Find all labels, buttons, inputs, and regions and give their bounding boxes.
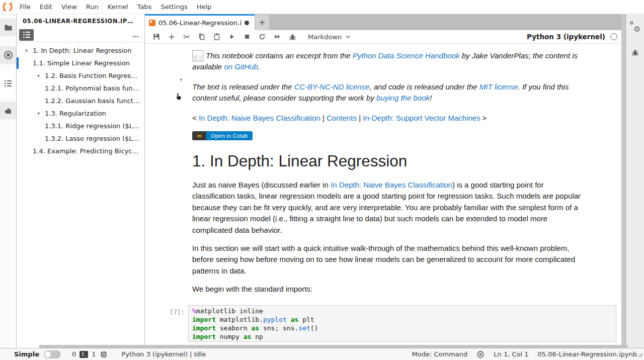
menu-settings[interactable]: Settings xyxy=(156,3,192,11)
broken-image-icon xyxy=(192,50,203,61)
markdown-cell-excerpt: This notebook contains an excerpt from t… xyxy=(192,50,585,73)
toc-view-button[interactable] xyxy=(19,29,34,41)
kernel-chip-icon xyxy=(100,350,108,358)
restart-run-all-button[interactable] xyxy=(270,30,285,43)
save-button[interactable] xyxy=(149,30,164,43)
md-link[interactable]: Python Data Science Handbook xyxy=(353,51,460,60)
debugger-tab-icon[interactable] xyxy=(631,48,639,59)
toc-item[interactable]: 1.2.2. Gaussian basis funct… xyxy=(17,95,144,107)
kernel-name[interactable]: Python 3 (ipykernel) xyxy=(527,33,605,41)
main-shell: 05.06-LINEAR-REGRESSION.IP… … ▾1. In Dep… xyxy=(0,14,644,348)
toc-label: 1.3.1. Ridge regression ($L… xyxy=(45,122,139,130)
md-link[interactable]: CC-BY-NC-ND license xyxy=(294,82,370,91)
paste-cells-button[interactable] xyxy=(209,30,224,43)
sidebar-tab-running[interactable] xyxy=(0,42,16,69)
mouse-cursor xyxy=(175,93,183,104)
text-segment: Just as naive Bayes (discussed earlier i… xyxy=(192,181,331,189)
menu-help[interactable]: Help xyxy=(192,3,216,11)
cursor-position[interactable]: Ln 1, Col 1 xyxy=(494,350,528,358)
toc-panel-toolbar: … xyxy=(17,28,144,42)
toc-item[interactable]: 1.3.2. Lasso regression ($L… xyxy=(17,132,144,145)
toc-item[interactable]: ▾1.2. Basis Function Regres… xyxy=(17,69,144,82)
toc-item[interactable]: 1.4. Example: Predicting Bicyc… xyxy=(17,145,144,157)
text-segment: < xyxy=(192,114,199,122)
menu-edit[interactable]: Edit xyxy=(35,3,57,11)
markdown-paragraph-2: In this section we will start with a qui… xyxy=(192,243,585,277)
text-segment: | xyxy=(320,114,327,122)
section-heading: 1. In Depth: Linear Regression xyxy=(192,152,585,169)
menu-kernel[interactable]: Kernel xyxy=(103,3,133,11)
toc-more-button[interactable]: … xyxy=(132,31,139,39)
simple-mode-toggle[interactable] xyxy=(44,350,61,358)
resize-grip[interactable] xyxy=(637,351,643,359)
execution-count: [7]: xyxy=(170,307,185,318)
collapse-icon[interactable]: ▾ xyxy=(37,73,45,78)
property-inspector-icon[interactable]: ⚙⚙ xyxy=(630,22,640,32)
notebook-content: ▾ This notebook contains an excerpt from… xyxy=(145,44,621,348)
md-link[interactable]: buying the book xyxy=(376,94,430,102)
dock-tab-bar: 05.06-Linear-Regression.i + xyxy=(145,14,621,30)
toc-item[interactable]: 1.1. Simple Linear Regression xyxy=(17,57,144,69)
jupyter-logo-icon xyxy=(0,2,15,13)
notebook-tab[interactable]: 05.06-Linear-Regression.i xyxy=(145,14,255,30)
kernels-count: 1 xyxy=(92,350,96,358)
toc-panel-title: 05.06-LINEAR-REGRESSION.IP… xyxy=(17,14,144,28)
md-link[interactable]: on GitHub xyxy=(224,62,258,71)
unsaved-changes-icon[interactable] xyxy=(245,21,249,25)
code-editor[interactable]: %matplotlib inlineimport matplotlib.pypl… xyxy=(188,305,616,342)
run-cell-button[interactable] xyxy=(224,30,239,43)
cell-type-select[interactable]: Markdown xyxy=(308,33,351,41)
toc-icon xyxy=(4,80,12,87)
menu-bar: FileEditViewRunKernelTabsSettingsHelp xyxy=(0,0,644,14)
cell-collapser-icon[interactable]: ▾ xyxy=(180,76,183,83)
menu-run[interactable]: Run xyxy=(82,3,103,11)
md-link[interactable]: In Depth: Naive Bayes Classification xyxy=(199,114,320,122)
text-segment: The text is released under the xyxy=(192,82,294,91)
md-link[interactable]: MIT license xyxy=(479,82,518,91)
toc-item[interactable]: ▾1.3. Regularization xyxy=(17,107,144,120)
activity-bar xyxy=(0,14,17,348)
panel-splitter[interactable] xyxy=(621,14,626,348)
menu-view[interactable]: View xyxy=(57,3,82,11)
command-mode-indicator[interactable]: Mode: Command xyxy=(412,350,468,358)
text-segment: We begin with the standard imports: xyxy=(192,285,312,293)
copy-cells-button[interactable] xyxy=(194,30,209,43)
md-link[interactable]: In-Depth: Support Vector Machines xyxy=(363,114,480,122)
text-segment: , and code is released under the xyxy=(369,82,479,91)
open-in-colab-badge[interactable]: ∞ Open in Colab xyxy=(192,131,253,140)
code-cell[interactable]: [7]: %matplotlib inlineimport matplotlib… xyxy=(192,305,585,342)
sidebar-tab-toc[interactable] xyxy=(0,69,16,97)
md-link[interactable]: Contents xyxy=(327,114,357,122)
menu-tabs[interactable]: Tabs xyxy=(133,3,156,11)
notebook-toolbar: + ✂ Markdown Python 3 (ipykernel) xyxy=(145,30,621,44)
text-segment: This notebook contains an excerpt from t… xyxy=(206,51,353,60)
kernel-status-text[interactable]: Python 3 (ipykernel) | Idle xyxy=(122,350,206,358)
menu-items: FileEditViewRunKernelTabsSettingsHelp xyxy=(15,0,216,14)
colab-badge-label: Open in Colab xyxy=(206,131,253,140)
cut-cells-button[interactable]: ✂ xyxy=(179,30,194,43)
main-dock-panel: 05.06-Linear-Regression.i + + ✂ Markdown… xyxy=(145,14,621,348)
md-link[interactable]: In Depth: Naive Bayes Classification xyxy=(331,181,452,189)
collapse-icon[interactable]: ▾ xyxy=(25,48,33,53)
sidebar-tab-extensions[interactable] xyxy=(0,97,16,125)
sidebar-tab-files[interactable] xyxy=(0,14,16,42)
right-sidebar: ⚙⚙ xyxy=(626,14,644,348)
text-segment: ! xyxy=(430,94,432,102)
add-cell-button[interactable]: + xyxy=(164,30,179,43)
toc-item[interactable]: 1.3.1. Ridge regression ($L… xyxy=(17,120,144,132)
colab-logo-icon: ∞ xyxy=(192,131,206,140)
markdown-paragraph-1: Just as naive Bayes (discussed earlier i… xyxy=(192,179,585,236)
interrupt-kernel-button[interactable] xyxy=(239,30,255,43)
new-tab-button[interactable]: + xyxy=(255,15,269,30)
toc-label: 1.4. Example: Predicting Bicyc… xyxy=(33,147,138,155)
menu-file[interactable]: File xyxy=(15,3,35,11)
toc-item[interactable]: ▾1. In Depth: Linear Regression xyxy=(17,44,144,57)
cell-type-value: Markdown xyxy=(308,33,342,41)
kernel-status-icon[interactable] xyxy=(610,33,617,40)
debugger-button[interactable] xyxy=(285,30,300,43)
toc-item[interactable]: 1.2.1. Polynomial basis fun… xyxy=(17,82,144,95)
markdown-paragraph-3: We begin with the standard imports: xyxy=(192,284,585,295)
collapse-icon[interactable]: ▾ xyxy=(37,111,45,116)
restart-kernel-button[interactable] xyxy=(255,30,270,43)
notebook-file-icon xyxy=(149,20,155,26)
